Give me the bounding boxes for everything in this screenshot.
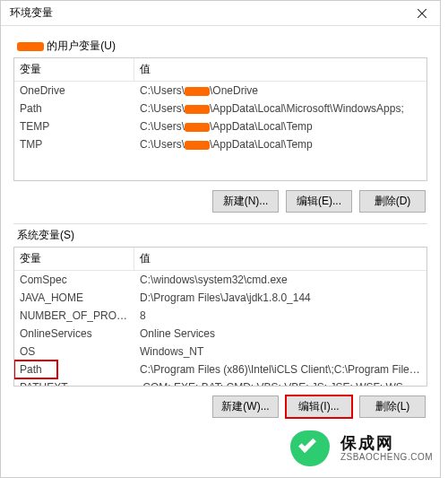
redacted-icon: [185, 105, 210, 114]
close-icon: [418, 9, 426, 18]
watermark-en: ZSBAOCHENG.COM: [340, 452, 433, 462]
var-name: NUMBER_OF_PROCESSORS: [14, 307, 134, 325]
col-header-name[interactable]: 变量: [14, 58, 134, 81]
table-row[interactable]: OnlineServices Online Services: [14, 325, 426, 343]
redacted-icon: [185, 87, 210, 96]
divider: [13, 223, 427, 224]
user-new-button[interactable]: 新建(N)...: [212, 190, 279, 213]
watermark-text: 保成网 ZSBAOCHENG.COM: [340, 435, 433, 463]
dialog-body: 的用户变量(U) 变量 值 OneDrive C:\Users\\OneDriv…: [1, 26, 440, 429]
user-edit-button[interactable]: 编辑(E)...: [286, 190, 352, 213]
redacted-icon: [185, 123, 210, 132]
var-value: Windows_NT: [134, 343, 426, 361]
user-vars-table[interactable]: 变量 值 OneDrive C:\Users\\OneDrive Path C:…: [13, 57, 427, 181]
system-vars-buttons: 新建(W)... 编辑(I)... 删除(L): [13, 387, 427, 429]
watermark: 保成网 ZSBAOCHENG.COM: [281, 423, 436, 474]
user-vars-label: 的用户变量(U): [17, 39, 427, 54]
table-row[interactable]: OS Windows_NT: [14, 343, 426, 361]
table-row[interactable]: OneDrive C:\Users\\OneDrive: [14, 82, 426, 100]
var-name: OS: [14, 343, 134, 361]
var-value: C:\Users\\AppData\Local\Temp: [134, 117, 426, 135]
titlebar: 环境变量: [1, 1, 440, 26]
var-name: ComSpec: [14, 271, 134, 289]
system-delete-button[interactable]: 删除(L): [359, 395, 426, 418]
var-name: TEMP: [14, 117, 134, 135]
user-vars-label-text: 的用户变量(U): [47, 39, 116, 52]
table-row[interactable]: JAVA_HOME D:\Program Files\Java\jdk1.8.0…: [14, 289, 426, 307]
var-name: OnlineServices: [14, 325, 134, 343]
var-name: JAVA_HOME: [14, 289, 134, 307]
close-button[interactable]: [404, 1, 440, 26]
system-vars-label: 系统变量(S): [17, 228, 427, 243]
var-name: PATHEXT: [14, 378, 134, 387]
var-name: OneDrive: [14, 82, 134, 100]
watermark-cn: 保成网: [340, 435, 433, 453]
system-edit-button[interactable]: 编辑(I)...: [286, 395, 352, 418]
var-value: C:\windows\system32\cmd.exe: [134, 271, 426, 289]
redacted-icon: [185, 141, 210, 150]
table-row[interactable]: TEMP C:\Users\\AppData\Local\Temp: [14, 117, 426, 135]
table-row-path-highlighted[interactable]: Path C:\Program Files (x86)\Intel\iCLS C…: [14, 361, 426, 378]
var-value: Online Services: [134, 325, 426, 343]
var-value: .COM;.EXE;.BAT;.CMD;.VBS;.VBE;.JS;.JSE;.…: [134, 378, 426, 387]
system-vars-header: 变量 值: [14, 248, 426, 271]
var-value: D:\Program Files\Java\jdk1.8.0_144: [134, 289, 426, 307]
env-vars-dialog: 环境变量 的用户变量(U) 变量 值 OneDrive C:\Users\\On…: [0, 0, 441, 478]
dialog-title: 环境变量: [10, 5, 53, 21]
user-delete-button[interactable]: 删除(D): [359, 190, 426, 213]
var-value: C:\Users\\AppData\Local\Microsoft\Window…: [134, 100, 426, 117]
table-row[interactable]: PATHEXT .COM;.EXE;.BAT;.CMD;.VBS;.VBE;.J…: [14, 378, 426, 387]
redacted-username-icon: [17, 42, 44, 51]
table-row[interactable]: TMP C:\Users\\AppData\Local\Temp: [14, 135, 426, 153]
var-value: C:\Users\\AppData\Local\Temp: [134, 135, 426, 153]
var-name: Path: [14, 361, 57, 378]
var-value: C:\Program Files (x86)\Intel\iCLS Client…: [57, 361, 426, 378]
col-header-name[interactable]: 变量: [14, 248, 134, 270]
var-value: C:\Users\\OneDrive: [134, 82, 426, 100]
table-row[interactable]: NUMBER_OF_PROCESSORS 8: [14, 307, 426, 325]
user-vars-buttons: 新建(N)... 编辑(E)... 删除(D): [13, 181, 427, 223]
shield-check-icon: [285, 427, 335, 470]
var-name: TMP: [14, 135, 134, 153]
var-name: Path: [14, 100, 134, 117]
table-row[interactable]: ComSpec C:\windows\system32\cmd.exe: [14, 271, 426, 289]
user-vars-header: 变量 值: [14, 58, 426, 82]
col-header-value[interactable]: 值: [134, 248, 426, 270]
system-vars-table[interactable]: 变量 值 ComSpec C:\windows\system32\cmd.exe…: [13, 247, 427, 387]
var-value: 8: [134, 307, 426, 325]
col-header-value[interactable]: 值: [134, 58, 426, 81]
table-row[interactable]: Path C:\Users\\AppData\Local\Microsoft\W…: [14, 100, 426, 117]
system-new-button[interactable]: 新建(W)...: [212, 395, 279, 418]
